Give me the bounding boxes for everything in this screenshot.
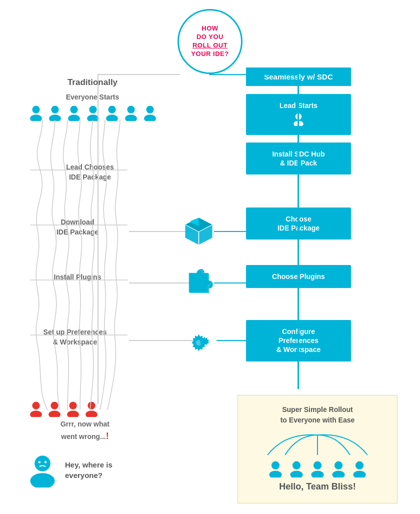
trad-header-label: Traditionally: [30, 78, 155, 88]
svg-point-39: [44, 461, 46, 463]
user-icon-3: [66, 104, 82, 121]
hline-box-to-ide: [214, 231, 248, 232]
svg-point-2: [51, 106, 58, 113]
everyone-users-row: [28, 104, 158, 121]
title-circle: HOW DO YOU ROLL OUT YOUR IDE?: [178, 9, 242, 74]
main-diagram: HOW DO YOU ROLL OUT YOUR IDE? Traditiona…: [0, 0, 420, 514]
hline-gear-to-prefs: [216, 340, 248, 341]
svg-point-49: [353, 471, 366, 478]
svg-point-38: [38, 461, 40, 463]
svg-point-41: [269, 471, 282, 478]
hello-text: Hello, Team Bliss!: [247, 482, 388, 492]
svg-point-35: [86, 410, 98, 417]
svg-point-44: [314, 462, 322, 470]
hline-plugins: [129, 282, 194, 284]
svg-point-10: [127, 106, 134, 113]
user-icon-2: [46, 104, 64, 121]
branch-right-line: [209, 74, 298, 75]
svg-point-12: [146, 106, 154, 113]
svg-point-45: [311, 471, 324, 478]
svg-point-48: [356, 462, 364, 470]
svg-point-33: [67, 410, 79, 417]
happy-user-5: [350, 460, 368, 478]
happy-user-1: [266, 460, 284, 478]
branch-left-line: [98, 74, 180, 75]
svg-point-31: [48, 410, 60, 417]
svg-point-43: [290, 471, 302, 478]
hey-label: Hey, where iseveryone?: [65, 460, 112, 480]
grrr-label: Grrr, now whatwent wrong...!: [28, 419, 142, 443]
rollout-text: Super Simple Rolloutto Everyone with Eas…: [247, 404, 388, 426]
user-icon-6: [122, 104, 140, 121]
lonely-person-area: Hey, where iseveryone?: [25, 452, 112, 488]
svg-point-36: [34, 456, 50, 472]
happy-user-2: [288, 460, 306, 478]
svg-point-6: [89, 106, 96, 113]
right-main-vline: [298, 74, 299, 389]
hline-puzzle-to-plugins: [214, 282, 248, 284]
svg-point-0: [32, 106, 40, 113]
svg-point-47: [332, 471, 344, 478]
svg-point-8: [108, 106, 116, 113]
everyone-starts-label: Everyone Starts: [30, 92, 155, 102]
puzzle-piece-icon: [185, 269, 214, 298]
happy-user-4: [330, 460, 348, 478]
svg-point-29: [30, 410, 42, 417]
package-box-icon: [182, 215, 215, 248]
curly-lines-svg: [28, 120, 158, 410]
svg-point-37: [30, 473, 55, 488]
svg-point-46: [334, 462, 342, 470]
user-icon-5: [104, 104, 120, 121]
gear-settings-icon: [180, 322, 218, 360]
svg-point-4: [70, 106, 78, 113]
bottom-right-panel: Super Simple Rolloutto Everyone with Eas…: [238, 395, 398, 504]
arc-lines-svg: [252, 432, 382, 458]
user-icon-1: [28, 104, 44, 121]
title-text: HOW DO YOU ROLL OUT YOUR IDE?: [191, 24, 228, 58]
happy-user-3: [308, 460, 326, 478]
svg-point-42: [292, 462, 300, 470]
happy-users-row: [247, 460, 388, 478]
svg-point-40: [272, 462, 280, 470]
lonely-person-icon: [25, 452, 60, 488]
user-icon-7: [142, 104, 158, 121]
user-icon-4: [84, 104, 102, 121]
